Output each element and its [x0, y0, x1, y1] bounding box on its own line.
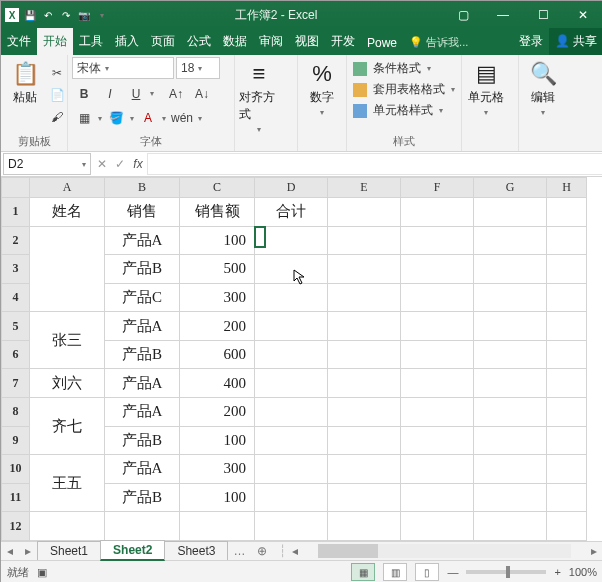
cell-A12[interactable]	[30, 512, 105, 541]
tab-formulas[interactable]: 公式	[181, 28, 217, 55]
cell-B2[interactable]: 产品A	[105, 226, 180, 255]
cell-styles-button[interactable]: 单元格样式▾	[351, 101, 457, 120]
col-header-H[interactable]: H	[547, 178, 587, 198]
row-header-8[interactable]: 8	[2, 398, 30, 427]
format-as-table-button[interactable]: 套用表格格式▾	[351, 80, 457, 99]
row-header-12[interactable]: 12	[2, 512, 30, 541]
paste-button[interactable]: 粘贴	[13, 89, 37, 106]
cell-E2[interactable]	[328, 226, 401, 255]
cell-B1[interactable]: 销售	[105, 198, 180, 227]
view-pagebreak-button[interactable]: ▯	[415, 563, 439, 581]
cell-A8[interactable]: 齐七	[30, 398, 105, 455]
view-pagelayout-button[interactable]: ▥	[383, 563, 407, 581]
sheet-nav-prev[interactable]: ◂	[1, 544, 19, 558]
cancel-formula-icon[interactable]: ✕	[93, 157, 111, 171]
row-header-7[interactable]: 7	[2, 369, 30, 398]
tab-file[interactable]: 文件	[1, 28, 37, 55]
cell-E6[interactable]	[328, 340, 401, 369]
tab-view[interactable]: 视图	[289, 28, 325, 55]
tab-review[interactable]: 审阅	[253, 28, 289, 55]
cell-D4[interactable]	[255, 283, 328, 312]
hscroll-left[interactable]: ◂	[286, 544, 304, 558]
row-header-1[interactable]: 1	[2, 198, 30, 227]
cell-F1[interactable]	[401, 198, 474, 227]
qat-camera-icon[interactable]: 📷	[77, 8, 91, 22]
signin-button[interactable]: 登录	[513, 28, 549, 55]
cell-B5[interactable]: 产品A	[105, 312, 180, 341]
row-header-6[interactable]: 6	[2, 340, 30, 369]
cell-C2[interactable]: 100	[180, 226, 255, 255]
cell-E7[interactable]	[328, 369, 401, 398]
cell-F4[interactable]	[401, 283, 474, 312]
cell-F9[interactable]	[401, 426, 474, 455]
cell-D7[interactable]	[255, 369, 328, 398]
cell-D11[interactable]	[255, 483, 328, 512]
cell-H10[interactable]	[547, 455, 587, 484]
cell-C8[interactable]: 200	[180, 398, 255, 427]
phonetic-button[interactable]: wén	[168, 108, 196, 128]
sheet-tab-sheet1[interactable]: Sheet1	[37, 541, 101, 560]
cell-B9[interactable]: 产品B	[105, 426, 180, 455]
cell-H9[interactable]	[547, 426, 587, 455]
cell-G9[interactable]	[474, 426, 547, 455]
decrease-font-button[interactable]: A↓	[190, 84, 214, 104]
cell-G4[interactable]	[474, 283, 547, 312]
new-sheet-button[interactable]: ⊕	[251, 544, 273, 558]
cell-E3[interactable]	[328, 255, 401, 284]
bold-button[interactable]: B	[72, 84, 96, 104]
col-header-D[interactable]: D	[255, 178, 328, 198]
zoom-in-button[interactable]: +	[554, 566, 560, 578]
sheet-tab-sheet3[interactable]: Sheet3	[164, 541, 228, 560]
cell-E12[interactable]	[328, 512, 401, 541]
cell-D2[interactable]	[255, 227, 265, 247]
row-header-10[interactable]: 10	[2, 455, 30, 484]
cell-G10[interactable]	[474, 455, 547, 484]
formula-input[interactable]	[147, 153, 602, 175]
cell-F6[interactable]	[401, 340, 474, 369]
qat-save-icon[interactable]: 💾	[23, 8, 37, 22]
cell-C12[interactable]	[180, 512, 255, 541]
cell-H3[interactable]	[547, 255, 587, 284]
close-button[interactable]: ✕	[563, 1, 602, 29]
col-header-B[interactable]: B	[105, 178, 180, 198]
cell-E1[interactable]	[328, 198, 401, 227]
number-button[interactable]: 数字	[310, 89, 334, 106]
cell-H11[interactable]	[547, 483, 587, 512]
cell-G8[interactable]	[474, 398, 547, 427]
sheet-tab-sheet2[interactable]: Sheet2	[100, 540, 165, 561]
cell-D8[interactable]	[255, 398, 328, 427]
font-size-select[interactable]: 18▾	[176, 57, 220, 79]
sheet-tab-more[interactable]: …	[227, 544, 251, 558]
cell-C9[interactable]: 100	[180, 426, 255, 455]
cell-F7[interactable]	[401, 369, 474, 398]
border-button[interactable]: ▦	[72, 108, 96, 128]
tab-home[interactable]: 开始	[37, 28, 73, 55]
tab-data[interactable]: 数据	[217, 28, 253, 55]
zoom-level[interactable]: 100%	[569, 566, 597, 578]
qat-redo-icon[interactable]: ↷	[59, 8, 73, 22]
cell-F8[interactable]	[401, 398, 474, 427]
cell-B11[interactable]: 产品B	[105, 483, 180, 512]
cell-B7[interactable]: 产品A	[105, 369, 180, 398]
zoom-out-button[interactable]: —	[447, 566, 458, 578]
cell-C6[interactable]: 600	[180, 340, 255, 369]
italic-button[interactable]: I	[98, 84, 122, 104]
cell-G2[interactable]	[474, 226, 547, 255]
cell-F12[interactable]	[401, 512, 474, 541]
underline-button[interactable]: U	[124, 84, 148, 104]
cell-E10[interactable]	[328, 455, 401, 484]
cell-H2[interactable]	[547, 226, 587, 255]
col-header-E[interactable]: E	[328, 178, 401, 198]
cell-D5[interactable]	[255, 312, 328, 341]
cell-H12[interactable]	[547, 512, 587, 541]
cell-G1[interactable]	[474, 198, 547, 227]
qat-undo-icon[interactable]: ↶	[41, 8, 55, 22]
tab-pagelayout[interactable]: 页面	[145, 28, 181, 55]
cell-E5[interactable]	[328, 312, 401, 341]
col-header-F[interactable]: F	[401, 178, 474, 198]
cell-F10[interactable]	[401, 455, 474, 484]
select-all-corner[interactable]	[2, 178, 30, 198]
row-header-4[interactable]: 4	[2, 283, 30, 312]
ribbon-options-button[interactable]: ▢	[443, 1, 483, 29]
cell-B12[interactable]	[105, 512, 180, 541]
